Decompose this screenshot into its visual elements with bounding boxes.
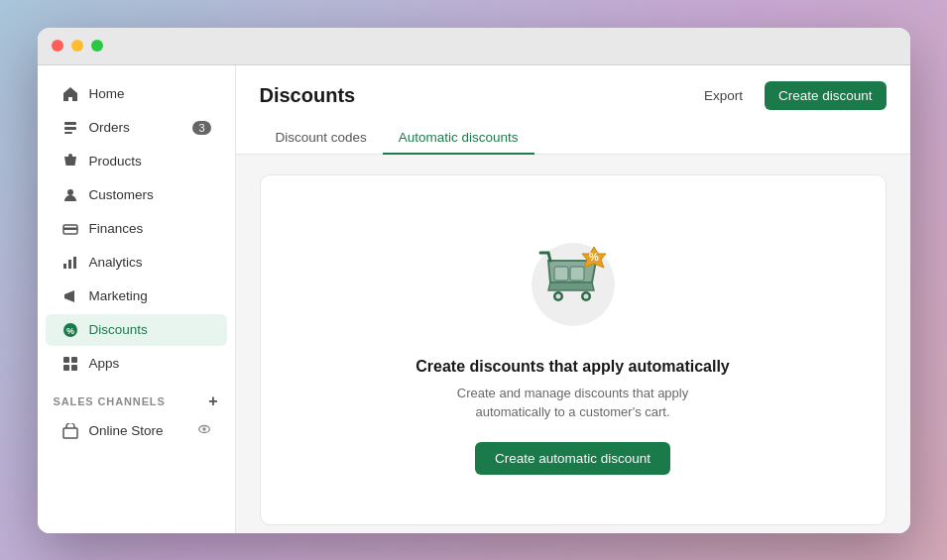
svg-rect-23 [554,267,568,280]
content-area: % Create discounts that apply automatica… [236,155,910,533]
eye-icon[interactable] [197,422,211,439]
sidebar-item-apps[interactable]: Apps [46,348,227,380]
header-actions: Export Create discount [692,81,887,110]
page-title: Discounts [260,84,356,107]
svg-rect-6 [63,264,66,269]
window-body: Home Orders 3 [38,65,910,533]
add-channel-icon[interactable]: + [208,392,218,410]
discount-illustration: % [519,225,628,334]
sidebar-item-marketing[interactable]: Marketing [46,280,227,312]
main-header: Discounts Export Create discount Discoun… [236,65,910,155]
header-top: Discounts Export Create discount [260,81,887,110]
sidebar-item-customers-label: Customers [89,187,154,202]
main-content: Discounts Export Create discount Discoun… [236,65,910,533]
svg-text:%: % [589,251,599,263]
svg-rect-14 [71,365,77,371]
svg-rect-2 [64,132,72,134]
online-store-label: Online Store [89,423,164,438]
analytics-icon [61,254,79,272]
customers-icon [61,186,79,204]
svg-rect-13 [63,365,69,371]
apps-icon [61,355,79,373]
svg-point-3 [67,189,73,195]
sales-channels-label: SALES CHANNELS [54,395,166,407]
sidebar-item-customers[interactable]: Customers [46,179,227,211]
products-icon [61,153,79,170]
tabs: Discount codes Automatic discounts [260,122,887,154]
svg-rect-7 [68,260,71,269]
empty-state-title: Create discounts that apply automaticall… [415,358,730,376]
create-automatic-discount-button[interactable]: Create automatic discount [475,442,670,475]
discounts-icon: % [61,321,79,339]
tab-automatic-discounts[interactable]: Automatic discounts [383,122,534,155]
store-icon [61,422,79,440]
sidebar-item-analytics[interactable]: Analytics [46,247,227,279]
svg-rect-11 [63,357,69,363]
close-button[interactable] [52,40,63,52]
orders-icon [61,119,79,137]
sidebar-item-home-label: Home [89,86,125,101]
sidebar-item-products[interactable]: Products [46,146,227,177]
svg-text:%: % [65,326,73,336]
titlebar [38,28,910,65]
sidebar-item-orders[interactable]: Orders 3 [46,112,227,144]
svg-rect-0 [64,122,76,125]
marketing-icon [61,287,79,305]
maximize-button[interactable] [91,40,103,52]
create-discount-button[interactable]: Create discount [765,81,887,110]
export-button[interactable]: Export [692,82,755,109]
sidebar-item-orders-label: Orders [89,120,130,135]
svg-rect-15 [63,428,77,438]
empty-state-card: % Create discounts that apply automatica… [260,174,887,525]
empty-state-description: Create and manage discounts that apply a… [444,384,702,422]
svg-point-20 [555,293,560,298]
svg-point-22 [583,293,588,298]
minimize-button[interactable] [71,40,83,52]
sidebar-item-products-label: Products [89,154,142,168]
sidebar-item-marketing-label: Marketing [89,288,148,303]
sidebar-item-analytics-label: Analytics [89,255,143,270]
sidebar-item-finances-label: Finances [89,221,144,236]
sidebar-item-discounts-label: Discounts [89,322,148,337]
svg-rect-8 [73,257,76,269]
sidebar-item-apps-label: Apps [89,356,120,371]
tab-discount-codes[interactable]: Discount codes [260,122,383,155]
sidebar: Home Orders 3 [38,65,236,533]
app-window: Home Orders 3 [38,28,910,533]
home-icon [61,85,79,103]
svg-rect-1 [64,127,76,130]
svg-rect-24 [570,267,584,280]
finances-icon [61,220,79,238]
orders-badge: 3 [192,121,210,135]
svg-point-17 [202,427,206,431]
sales-channels-section: SALES CHANNELS + [38,381,235,414]
sidebar-item-home[interactable]: Home [46,78,227,110]
sidebar-item-finances[interactable]: Finances [46,213,227,245]
svg-rect-12 [71,357,77,363]
sidebar-item-online-store[interactable]: Online Store [46,415,227,447]
svg-rect-5 [63,227,77,230]
sidebar-item-discounts[interactable]: % Discounts [46,314,227,346]
